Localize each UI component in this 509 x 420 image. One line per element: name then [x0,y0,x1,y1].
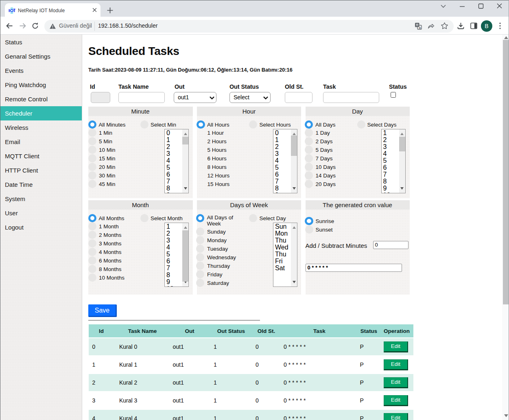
svg-text:A: A [419,26,421,30]
